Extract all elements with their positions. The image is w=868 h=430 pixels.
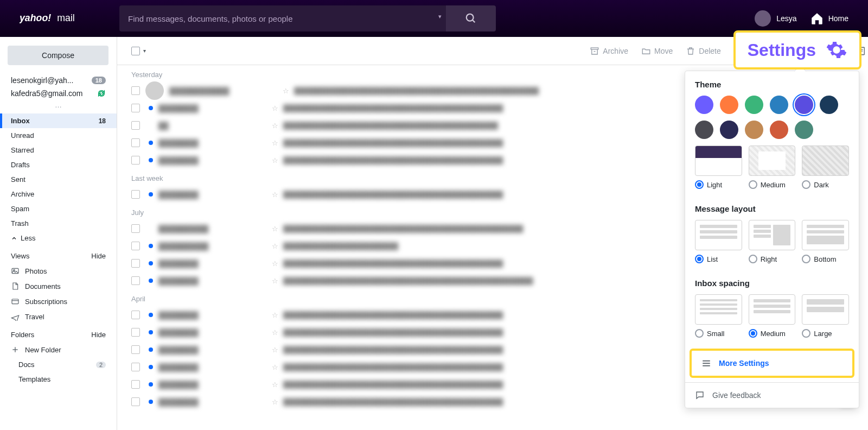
folder-unread[interactable]: Unread [0, 128, 117, 143]
account-menu[interactable]: Lesya [755, 10, 796, 27]
views-header: Views Hide [0, 245, 117, 263]
search-button[interactable] [446, 5, 496, 31]
view-travel[interactable]: Travel [0, 309, 117, 324]
star-icon[interactable]: ☆ [267, 328, 283, 337]
view-photos[interactable]: Photos [0, 263, 117, 279]
folder-drafts[interactable]: Drafts [0, 157, 117, 172]
star-icon[interactable]: ☆ [267, 225, 283, 233]
star-icon[interactable]: ☆ [267, 156, 283, 165]
settings-callout[interactable]: Settings [733, 30, 861, 69]
folder-templates[interactable]: Templates [0, 372, 117, 387]
mode-medium-radio[interactable]: Medium [749, 180, 796, 189]
theme-swatch[interactable] [720, 121, 738, 139]
folder-spam[interactable]: Spam [0, 201, 117, 216]
photos-icon [11, 267, 20, 275]
mode-dark-radio[interactable]: Dark [802, 180, 849, 189]
sidebar: Compose lesenokgirl@yah... 18 kafedra5@g… [0, 37, 117, 430]
star-icon[interactable]: ☆ [267, 260, 283, 268]
home-link[interactable]: Home [810, 11, 848, 26]
layout-heading: Message layout [695, 204, 849, 213]
star-icon[interactable]: ☆ [267, 122, 283, 130]
folders-hide[interactable]: Hide [91, 331, 106, 339]
theme-swatch[interactable] [695, 96, 713, 114]
spacing-medium-radio[interactable]: Medium [749, 329, 796, 338]
feedback-icon [695, 390, 705, 400]
svg-rect-6 [12, 299, 18, 304]
star-icon[interactable]: ☆ [267, 311, 283, 319]
theme-swatch[interactable] [770, 121, 788, 139]
layout-right-card[interactable] [749, 220, 796, 250]
layout-bottom-card[interactable] [802, 220, 849, 250]
more-settings-button[interactable]: More Settings [690, 349, 854, 378]
accounts-collapse[interactable]: … [0, 100, 117, 110]
folder-trash[interactable]: Trash [0, 216, 117, 231]
layout-bottom-radio[interactable]: Bottom [802, 255, 849, 263]
spacing-large-radio[interactable]: Large [802, 329, 849, 338]
star-icon[interactable]: ☆ [267, 381, 283, 389]
svg-rect-23 [703, 363, 710, 364]
mode-medium-card[interactable] [749, 146, 796, 176]
folders-less[interactable]: Less [0, 231, 117, 245]
layout-right-radio[interactable]: Right [749, 255, 796, 263]
avatar [755, 10, 771, 27]
star-icon[interactable]: ☆ [267, 191, 283, 199]
spacing-small-radio[interactable]: Small [695, 329, 742, 338]
compose-button[interactable]: Compose [8, 46, 108, 65]
star-icon[interactable]: ☆ [267, 277, 283, 285]
move-button[interactable]: Move [641, 46, 673, 56]
view-documents[interactable]: Documents [0, 279, 117, 294]
theme-swatch[interactable] [770, 96, 788, 114]
star-icon[interactable]: ☆ [278, 87, 294, 95]
theme-swatch[interactable] [820, 96, 838, 114]
sync-icon [97, 89, 106, 98]
select-all-checkbox[interactable] [131, 47, 140, 55]
folder-archive[interactable]: Archive [0, 187, 117, 201]
star-icon[interactable]: ☆ [267, 346, 283, 354]
star-icon[interactable]: ☆ [267, 139, 283, 147]
spacing-large-card[interactable] [802, 294, 849, 325]
svg-rect-24 [703, 365, 710, 366]
system-folders: Inbox 18 Unread Starred Drafts Sent Arch… [0, 113, 117, 245]
give-feedback-button[interactable]: Give feedback [685, 382, 859, 408]
spacing-small-card[interactable] [695, 294, 742, 325]
archive-button[interactable]: Archive [590, 46, 628, 56]
layout-list-card[interactable] [695, 220, 742, 250]
theme-swatch[interactable] [745, 121, 763, 139]
folder-docs[interactable]: Docs 2 [0, 357, 117, 372]
spacing-medium-card[interactable] [749, 294, 796, 325]
search-dropdown-icon[interactable]: ▾ [438, 13, 442, 20]
mode-dark-card[interactable] [802, 146, 849, 176]
view-subscriptions[interactable]: Subscriptions [0, 294, 117, 309]
theme-swatch[interactable] [795, 121, 813, 139]
folder-sent[interactable]: Sent [0, 172, 117, 187]
theme-swatch[interactable] [695, 121, 713, 139]
yahoo-mail-logo[interactable]: yahoo!mail [20, 11, 97, 26]
views-hide[interactable]: Hide [91, 252, 106, 260]
account-1[interactable]: kafedra5@gmail.com [0, 87, 117, 100]
folder-inbox[interactable]: Inbox 18 [0, 113, 117, 128]
unread-dot-icon [149, 330, 153, 334]
hamburger-icon [701, 358, 711, 368]
star-icon[interactable]: ☆ [267, 398, 283, 406]
theme-swatch[interactable] [745, 96, 763, 114]
select-dropdown-icon[interactable]: ▾ [143, 48, 146, 54]
unread-dot-icon [149, 365, 153, 369]
search-input[interactable] [119, 5, 446, 31]
theme-swatch[interactable] [720, 96, 738, 114]
folder-starred[interactable]: Starred [0, 143, 117, 157]
unread-dot-icon [149, 106, 153, 110]
account-0[interactable]: lesenokgirl@yah... 18 [0, 74, 117, 87]
account-badge: 18 [92, 77, 106, 84]
star-icon[interactable]: ☆ [267, 363, 283, 371]
new-folder[interactable]: New Folder [0, 342, 117, 357]
subscriptions-icon [11, 297, 20, 306]
travel-icon [11, 312, 20, 321]
theme-swatch[interactable] [795, 96, 813, 114]
mode-light-radio[interactable]: Light [695, 180, 742, 189]
star-icon[interactable]: ☆ [267, 242, 283, 250]
mode-light-card[interactable] [695, 146, 742, 176]
layout-list-radio[interactable]: List [695, 255, 742, 263]
delete-button[interactable]: Delete [686, 46, 720, 56]
unread-dot-icon [149, 141, 153, 145]
star-icon[interactable]: ☆ [267, 104, 283, 112]
